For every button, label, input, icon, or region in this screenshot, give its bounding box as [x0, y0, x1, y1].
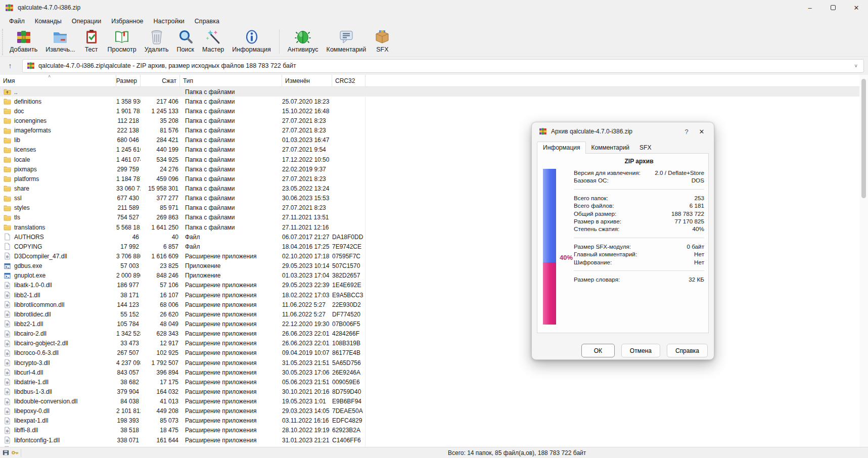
toolbar-button-информация[interactable]: Информация: [228, 28, 275, 54]
extract-folder-icon: [52, 29, 68, 45]
menu-item-операции[interactable]: Операции: [67, 17, 106, 26]
dialog-info-row: Размер словаря:32 КБ: [574, 276, 704, 283]
file-row-libcurl-4.dll[interactable]: libcurl-4.dll843 057396 894Расширение пр…: [0, 368, 859, 377]
menu-item-команды[interactable]: Команды: [30, 17, 67, 26]
dll-icon: [4, 310, 14, 318]
file-row-libatk-1.0-0.dll[interactable]: libatk-1.0-0.dll186 97757 106Расширение …: [0, 281, 859, 290]
column-header-name[interactable]: Имя˄: [0, 75, 116, 86]
dialog-button-отмена[interactable]: Отмена: [621, 344, 660, 357]
file-row-tls[interactable]: tls754 527269 863Папка с файлами27.11.20…: [0, 213, 859, 222]
file-row-libdouble-conversion.dll[interactable]: libdouble-conversion.dll84 03841 013Расш…: [0, 397, 859, 406]
menu-item-настройки[interactable]: Настройки: [149, 17, 190, 26]
file-size: 4 237 098: [116, 359, 141, 367]
file-row-libbz2-1.dll[interactable]: libbz2-1.dll105 78448 049Расширение прил…: [0, 319, 859, 329]
file-row-licenses[interactable]: licenses1 245 610440 199Папка с файлами2…: [0, 145, 859, 155]
file-crc: 108B319B: [332, 339, 366, 348]
column-header-packed[interactable]: Сжат: [141, 75, 180, 86]
toolbar-button-просмотр[interactable]: Просмотр: [104, 28, 141, 54]
column-header-type[interactable]: Тип: [180, 75, 282, 86]
dialog-tab-комментарий[interactable]: Комментарий: [586, 143, 634, 153]
file-row-platforms[interactable]: platforms1 184 787459 096Папка с файлами…: [0, 174, 859, 184]
up-one-level-button[interactable]: ↑: [2, 59, 18, 72]
file-row-imageformats[interactable]: imageformats222 13881 576Папка с файлами…: [0, 126, 859, 135]
minimize-button[interactable]: –: [798, 0, 821, 15]
file-size: 3 706 880: [116, 253, 141, 260]
column-header-size[interactable]: Размер: [116, 75, 141, 86]
file-list: ..Папка с файламиdefinitions1 358 930217…: [0, 87, 859, 447]
dialog-button-ок[interactable]: ОК: [581, 344, 615, 357]
toolbar-button-тест[interactable]: Тест: [79, 28, 104, 54]
file-row-libcroco-0.6-3.dll[interactable]: libcroco-0.6-3.dll267 507102 925Расширен…: [0, 348, 859, 358]
file-row-libfontconfig-1.dll[interactable]: libfontconfig-1.dll338 071161 644Расшире…: [0, 435, 859, 445]
file-size: 38 518: [116, 427, 141, 434]
file-row-libcrypto-3.dll[interactable]: libcrypto-3.dll4 237 0981 792 507Расшире…: [0, 358, 859, 368]
file-row-doc[interactable]: doc1 901 7811 245 133Папка с файлами15.1…: [0, 106, 859, 116]
menu-item-избранное[interactable]: Избранное: [106, 17, 148, 26]
file-name: libbrotlicommon.dll: [14, 301, 64, 308]
toolbar-button-комментарий[interactable]: Комментарий: [323, 28, 371, 54]
scrollbar-thumb[interactable]: [861, 79, 866, 198]
address-dropdown-icon[interactable]: ˅: [852, 63, 859, 69]
file-row-libdatrie-1.dll[interactable]: libdatrie-1.dll38 68217 175Расширение пр…: [0, 377, 859, 387]
menu-item-справка[interactable]: Справка: [190, 17, 224, 26]
file-row-translations[interactable]: translations5 568 1811 641 250Папка с фа…: [0, 222, 859, 232]
file-type: Папка с файлами: [180, 195, 282, 202]
file-row-libffi-8.dll[interactable]: libffi-8.dll38 51818 475Расширение прило…: [0, 426, 859, 435]
archive-info-dialog: Архив qalculate-4.7.0-i386.zip ? ✕ Инфор…: [531, 122, 714, 360]
file-row-COPYING[interactable]: COPYING17 9926 857Файл18.04.2016 17:257E…: [0, 242, 859, 251]
file-name: styles: [14, 204, 30, 211]
file-row-..[interactable]: ..Папка с файлами: [0, 87, 859, 97]
dialog-info-row: Версия для извлечения:2.0 / Deflate+Stor…: [574, 169, 704, 176]
dialog-tab-sfx[interactable]: SFX: [634, 143, 656, 153]
toolbar-button-sfx[interactable]: SFX: [370, 28, 394, 54]
file-row-share[interactable]: share33 060 72415 958 301Папка с файлами…: [0, 184, 859, 193]
file-row-libcairo-2.dll[interactable]: libcairo-2.dll1 342 528628 343Расширение…: [0, 329, 859, 339]
file-packed: 1 245 133: [141, 108, 180, 115]
file-row-libexpat-1.dll[interactable]: libexpat-1.dll198 39385 073Расширение пр…: [0, 416, 859, 426]
file-row-iconengines[interactable]: iconengines112 21835 208Папка с файлами2…: [0, 116, 859, 125]
file-name: COPYING: [14, 243, 42, 250]
file-row-definitions[interactable]: definitions1 358 930217 406Папка с файла…: [0, 97, 859, 106]
dialog-info-row: Общий размер:188 783 722: [574, 210, 704, 217]
file-row-AUTHORS[interactable]: AUTHORS4640Файл06.07.2017 21:27DA18F0DD: [0, 232, 859, 242]
file-row-gnuplot.exe[interactable]: gnuplot.exe2 000 896848 246Приложение01.…: [0, 271, 859, 281]
file-modified: 30.06.2023 15:53: [282, 195, 332, 202]
file-row-locale[interactable]: locale1 461 074534 925Папка с файлами17.…: [0, 155, 859, 164]
dialog-close-button[interactable]: ✕: [694, 128, 710, 135]
file-row-libbrotlicommon.dll[interactable]: libbrotlicommon.dll144 12368 006Расширен…: [0, 300, 859, 309]
file-name: libb2-1.dll: [14, 292, 40, 299]
file-row-pixmaps[interactable]: pixmaps299 75924 276Папка с файлами22.02…: [0, 164, 859, 174]
statusbar-divider: [21, 449, 21, 457]
dialog-info-row: Базовая ОС:DOS: [574, 176, 704, 184]
file-row-libdbus-1-3.dll[interactable]: libdbus-1-3.dll379 904164 032Расширение …: [0, 387, 859, 396]
column-header-modified[interactable]: Изменён: [282, 75, 332, 86]
column-header-crc32[interactable]: CRC32: [332, 75, 366, 86]
vertical-scrollbar[interactable]: [859, 75, 868, 447]
file-row-D3Dcompiler_47.dll[interactable]: D3Dcompiler_47.dll3 706 8801 616 609Расш…: [0, 251, 859, 261]
close-button[interactable]: ✕: [845, 0, 868, 15]
toolbar-button-извлечь[interactable]: Извлечь...: [41, 28, 79, 54]
file-row-gdbus.exe[interactable]: gdbus.exe57 00323 825Приложение29.05.202…: [0, 261, 859, 271]
file-row-libbrotlidec.dll[interactable]: libbrotlidec.dll55 15226 620Расширение п…: [0, 309, 859, 319]
dialog-button-справка[interactable]: Справка: [667, 344, 708, 357]
file-crc: 507C1570: [332, 261, 366, 271]
toolbar-button-мастер[interactable]: Мастер: [198, 28, 228, 54]
toolbar-button-антивирус[interactable]: Антивирус: [284, 28, 323, 54]
maximize-button[interactable]: [821, 0, 845, 15]
file-type: Папка с файлами: [180, 185, 282, 192]
file-row-libb2-1.dll[interactable]: libb2-1.dll38 17116 107Расширение прилож…: [0, 290, 859, 300]
toolbar-button-удалить[interactable]: Удалить: [141, 28, 173, 54]
file-row-ssl[interactable]: ssl677 430377 277Папка с файлами30.06.20…: [0, 194, 859, 203]
file-row-libepoxy-0.dll[interactable]: libepoxy-0.dll2 101 812449 208Расширение…: [0, 406, 859, 416]
file-row-libcairo-gobject-2.dll[interactable]: libcairo-gobject-2.dll33 47312 917Расшир…: [0, 339, 859, 348]
file-row-styles[interactable]: styles211 58985 971Папка с файлами27.07.…: [0, 203, 859, 213]
dialog-tab-информация[interactable]: Информация: [537, 142, 586, 154]
dialog-help-button[interactable]: ?: [679, 128, 694, 135]
file-modified: 31.01.2023 21:21: [282, 437, 332, 444]
file-row-lib[interactable]: lib680 046284 421Папка с файлами01.03.20…: [0, 135, 859, 145]
menu-item-файл[interactable]: Файл: [4, 17, 30, 26]
address-bar[interactable]: qalculate-4.7.0-i386.zip\qalculate - ZIP…: [22, 59, 864, 73]
column-header-label: Тип: [183, 77, 193, 84]
toolbar-button-поиск[interactable]: Поиск: [172, 28, 198, 54]
toolbar-button-добавить[interactable]: Добавить: [6, 28, 41, 54]
